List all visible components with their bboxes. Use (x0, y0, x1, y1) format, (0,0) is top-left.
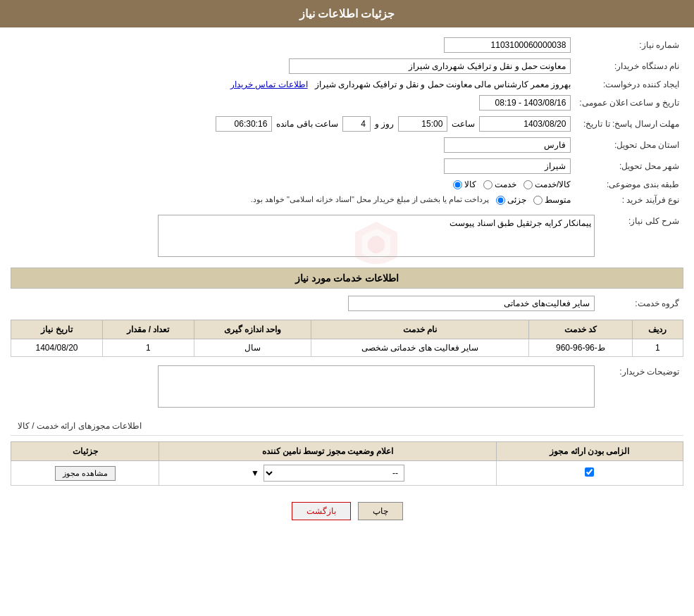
service-group-label: گروه خدمت: (599, 293, 683, 314)
purchase-type-motevaset-radio[interactable] (533, 196, 543, 205)
category-kala: کالا (453, 180, 476, 189)
category-kala-khedmat: کالا/خدمت (523, 180, 571, 189)
mandatory-checkbox[interactable] (585, 467, 594, 477)
province-value (11, 134, 575, 156)
remaining-label: ساعت باقی مانده (276, 119, 338, 129)
need-number-value (144, 34, 575, 56)
col-service-code: کد خدمت (529, 320, 632, 339)
purchase-type-label: نوع فرآیند خرید : (575, 192, 683, 208)
buyer-desc-table: توضیحات خریدار: (11, 363, 683, 413)
table-row: -- ▼ مشاهده مجوز (11, 461, 683, 486)
dropdown-arrow-icon: ▼ (251, 468, 259, 478)
announce-datetime-value (11, 92, 575, 113)
bottom-buttons: چاپ بازگشت (11, 491, 683, 531)
purchase-type-note: پرداخت تمام یا بخشی از مبلغ خریدار محل "… (251, 195, 490, 204)
deadline-label: مهلت ارسال پاسخ: تا تاریخ: (575, 113, 683, 134)
announce-datetime-input[interactable] (479, 95, 571, 111)
need-description-textarea[interactable]: پیمانکار کرایه جرثقیل طبق اسناد پیوست (158, 215, 595, 257)
status-select[interactable]: -- (264, 465, 404, 482)
category-kala-khedmat-radio[interactable] (523, 180, 533, 189)
category-khedmat-label: خدمت (495, 180, 516, 189)
need-description-value: پیمانکار کرایه جرثقیل طبق اسناد پیوست (11, 212, 599, 262)
category-kala-khedmat-label: کالا/خدمت (535, 180, 571, 189)
cell-status-announce: -- ▼ (159, 461, 497, 486)
cell-row-num: 1 (632, 339, 683, 357)
col-mandatory: الزامی بودن ارائه مجوز (496, 442, 683, 461)
main-info-table: شماره نیاز: نام دستگاه خریدار: ایجاد کنن… (11, 34, 683, 208)
province-label: استان محل تحویل: (575, 134, 683, 156)
cell-unit: سال (194, 339, 311, 357)
services-table: ردیف کد خدمت نام خدمت واحد اندازه گیری ت… (11, 320, 683, 357)
description-table: شرح کلی نیاز: پیمانکار کرایه جرثقیل طبق … (11, 212, 683, 262)
buyer-desc-value (11, 363, 599, 413)
services-section-title: اطلاعات خدمات مورد نیاز (11, 268, 683, 289)
city-label: شهر محل تحویل: (575, 156, 683, 177)
creator-value: بهروز معمر کارشناس مالی معاونت حمل و نقل… (11, 77, 575, 92)
buyer-org-label: نام دستگاه خریدار: (575, 56, 683, 77)
content-area: شماره نیاز: نام دستگاه خریدار: ایجاد کنن… (0, 27, 694, 538)
category-kala-label: کالا (464, 180, 476, 189)
category-khedmat-radio[interactable] (483, 180, 492, 189)
city-input[interactable] (444, 158, 571, 174)
category-kala-radio[interactable] (453, 180, 462, 189)
remaining-time-input[interactable] (216, 116, 272, 132)
col-row-num: ردیف (632, 320, 683, 339)
buyer-org-input[interactable] (289, 58, 571, 74)
need-number-label: شماره نیاز: (575, 34, 683, 56)
back-button[interactable]: بازگشت (292, 502, 351, 520)
view-permit-button[interactable]: مشاهده مجوز (55, 466, 116, 481)
purchase-type-value: متوسط جزئی پرداخت تمام یا بخشی از مبلغ خ… (11, 192, 575, 208)
col-unit: واحد اندازه گیری (194, 320, 311, 339)
cell-details: مشاهده مجوز (11, 461, 159, 486)
print-button[interactable]: چاپ (358, 502, 403, 520)
purchase-type-jazei: جزئی (496, 195, 526, 205)
creator-contact-link[interactable]: اطلاعات تماس خریدار (230, 80, 308, 89)
buyer-desc-label: توضیحات خریدار: (599, 363, 683, 413)
service-group-value (11, 293, 599, 314)
page-header: جزئیات اطلاعات نیاز (0, 0, 694, 27)
col-status-announce: اعلام وضعیت مجوز توسط نامین کننده (159, 442, 497, 461)
category-khedmat: خدمت (483, 180, 516, 189)
city-value (11, 156, 575, 177)
category-value: کالا/خدمت خدمت کالا (11, 177, 575, 192)
need-description-label: شرح کلی نیاز: (599, 212, 683, 262)
col-need-date: تاریخ نیاز (11, 320, 103, 339)
page-wrapper: جزئیات اطلاعات نیاز شماره نیاز: نام دستگ… (0, 0, 694, 616)
col-quantity: تعداد / مقدار (102, 320, 194, 339)
purchase-type-motevaset: متوسط (533, 195, 571, 205)
purchase-type-jazei-label: جزئی (507, 195, 526, 205)
province-input[interactable] (444, 137, 571, 153)
deadline-days-label: روز و (375, 119, 394, 129)
deadline-row: ساعت روز و ساعت باقی مانده (11, 113, 575, 134)
announce-datetime-label: تاریخ و ساعت اعلان عمومی: (575, 92, 683, 113)
page-title: جزئیات اطلاعات نیاز (299, 8, 395, 20)
cell-service-name: سایر فعالیت های خدماتی شخصی (311, 339, 529, 357)
creator-label: ایجاد کننده درخواست: (575, 77, 683, 92)
permits-table: الزامی بودن ارائه مجوز اعلام وضعیت مجوز … (11, 441, 683, 486)
buyer-org-value (11, 56, 575, 77)
deadline-time-label: ساعت (452, 119, 475, 129)
cell-mandatory (496, 461, 683, 486)
need-number-input[interactable] (444, 37, 571, 53)
cell-quantity: 1 (102, 339, 194, 357)
permits-title-text: اطلاعات مجوزهای ارائه خدمت / کالا (18, 421, 142, 431)
col-details: جزئیات (11, 442, 159, 461)
permits-section-title: اطلاعات مجوزهای ارائه خدمت / کالا (11, 417, 683, 436)
service-group-input[interactable] (348, 296, 595, 311)
buyer-desc-textarea[interactable] (158, 365, 595, 408)
purchase-type-jazei-radio[interactable] (496, 196, 505, 205)
deadline-days-input[interactable] (342, 116, 371, 132)
cell-service-code: ط-96-96-960 (529, 339, 632, 357)
purchase-type-motevaset-label: متوسط (545, 195, 571, 205)
deadline-time-input[interactable] (398, 116, 447, 132)
col-service-name: نام خدمت (311, 320, 529, 339)
service-group-table: گروه خدمت: (11, 293, 683, 314)
table-row: 1 ط-96-96-960 سایر فعالیت های خدماتی شخص… (11, 339, 683, 357)
category-label: طبقه بندی موضوعی: (575, 177, 683, 192)
creator-text: بهروز معمر کارشناس مالی معاونت حمل و نقل… (315, 80, 571, 89)
cell-need-date: 1404/08/20 (11, 339, 103, 357)
deadline-date-input[interactable] (479, 116, 571, 132)
